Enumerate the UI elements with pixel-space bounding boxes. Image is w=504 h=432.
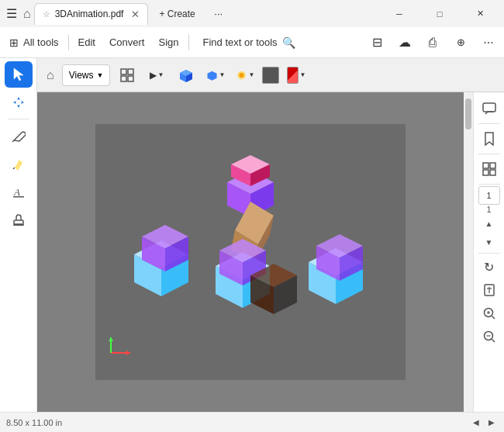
tab-close-icon[interactable]: ✕ (131, 9, 140, 20)
svg-text:A: A (13, 186, 20, 198)
menu-separator-2 (188, 35, 189, 50)
svg-rect-57 (490, 170, 495, 175)
left-toolbar: A (0, 58, 37, 412)
find-text-menu[interactable]: Find text or tools 🔍 (195, 33, 303, 52)
scroll-right-button[interactable]: ▶ (485, 416, 498, 428)
pen-tool-button[interactable] (5, 123, 33, 149)
views-dropdown[interactable]: Views ▼ (62, 64, 111, 86)
sidebar-separator-2 (478, 154, 500, 154)
color-swatch[interactable] (262, 67, 279, 84)
svg-rect-5 (13, 196, 24, 198)
svg-rect-53 (483, 103, 495, 112)
sidebar-separator-3 (478, 184, 500, 185)
svg-rect-8 (121, 69, 126, 74)
right-sidebar: 1 1 ▲ ▼ ↻ (473, 92, 504, 412)
title-bar: ☰ ⌂ ☆ 3DAnimation.pdf ✕ + Create ··· ─ □… (0, 0, 504, 27)
svg-rect-6 (14, 220, 23, 224)
tab-title: 3DAnimation.pdf (55, 9, 124, 19)
zoom-in-button[interactable] (477, 302, 502, 325)
sidebar-separator-4 (478, 253, 500, 254)
new-tab-button[interactable]: + Create (151, 3, 202, 25)
page-total: 1 (486, 205, 491, 214)
bookmark-panel-button[interactable] (475, 126, 503, 152)
svg-line-3 (13, 168, 15, 169)
cube-options-button[interactable]: ▼ (203, 64, 228, 86)
3d-animation-content (95, 124, 406, 380)
page-number-input[interactable]: 1 (478, 186, 500, 205)
close-button[interactable]: ✕ (462, 0, 498, 27)
svg-line-2 (12, 140, 14, 142)
extract-button[interactable] (477, 278, 502, 302)
svg-rect-7 (13, 224, 24, 226)
comment-panel-button[interactable] (475, 95, 503, 122)
red-swatch (287, 67, 299, 84)
svg-point-17 (240, 72, 244, 77)
menu-right-icons: ⊟ ☁ ⎙ ⊕ ··· (364, 31, 501, 54)
save-icon[interactable]: ⊟ (364, 31, 389, 54)
overflow-icon[interactable]: ··· (476, 31, 501, 54)
hamburger-icon[interactable]: ☰ (6, 6, 17, 21)
maximize-button[interactable]: □ (422, 0, 457, 27)
sign-menu[interactable]: Sign (152, 31, 185, 54)
prev-page-button[interactable]: ▲ (478, 214, 501, 233)
tab-overflow-icon[interactable]: ··· (206, 3, 231, 25)
pdf-canvas[interactable] (37, 92, 464, 412)
svg-rect-55 (490, 163, 495, 168)
menu-separator-1 (68, 35, 69, 50)
next-page-button[interactable]: ▼ (478, 233, 501, 251)
minimize-button[interactable]: ─ (381, 0, 417, 27)
svg-line-66 (492, 340, 495, 343)
pdf-tab[interactable]: ☆ 3DAnimation.pdf ✕ (34, 3, 149, 25)
menu-bar: ⊞ All tools Edit Convert Sign Find text … (0, 27, 504, 58)
svg-line-62 (492, 316, 495, 320)
home-3d-icon[interactable]: ⌂ (43, 65, 57, 85)
status-bar: 8.50 x 11.00 in ◀ ▶ (0, 412, 504, 432)
sidebar-separator-1 (478, 123, 500, 124)
svg-rect-11 (128, 76, 133, 81)
status-bar-right: ◀ ▶ (470, 416, 498, 428)
svg-marker-15 (208, 71, 217, 80)
color-options-button[interactable]: ▼ (284, 64, 309, 86)
star-icon: ☆ (43, 9, 50, 19)
tool-separator-1 (8, 119, 29, 119)
stamp-tool-button[interactable] (5, 206, 33, 233)
title-bar-left: ☰ ⌂ (6, 6, 31, 21)
scrollbar-thumb[interactable] (465, 98, 471, 130)
effect-button[interactable]: ▼ (233, 64, 257, 86)
scroll-left-button[interactable]: ◀ (470, 416, 482, 428)
play-button[interactable]: ▶ ▼ (144, 64, 169, 86)
svg-rect-54 (483, 163, 488, 168)
select-tool-button[interactable] (5, 61, 33, 88)
blue-cube-button[interactable] (174, 64, 198, 86)
move-tool-button[interactable] (5, 89, 33, 116)
all-tools-menu[interactable]: ⊞ All tools (3, 31, 65, 54)
svg-marker-1 (13, 97, 24, 108)
toolbar-3d: ⌂ Views ▼ ▶ ▼ (37, 58, 504, 92)
page-dimensions: 8.50 x 11.00 in (6, 418, 62, 427)
svg-marker-0 (14, 68, 23, 81)
grid-icon: ⊞ (9, 36, 19, 49)
refresh-button[interactable]: ↻ (477, 255, 502, 278)
search-icon: 🔍 (282, 36, 295, 49)
dropdown-arrow-icon: ▼ (96, 71, 103, 79)
vertical-scrollbar[interactable] (464, 92, 473, 412)
highlight-tool-button[interactable] (5, 150, 33, 177)
svg-rect-10 (121, 76, 126, 81)
main-area: A ⌂ Views ▼ (0, 58, 504, 412)
convert-menu[interactable]: Convert (103, 31, 151, 54)
home-icon[interactable]: ⌂ (23, 7, 31, 21)
upload-icon[interactable]: ☁ (392, 31, 417, 54)
tab-bar: ☆ 3DAnimation.pdf ✕ + Create ··· (34, 3, 378, 25)
print-icon[interactable]: ⎙ (420, 31, 445, 54)
svg-rect-56 (483, 170, 488, 175)
svg-rect-9 (128, 69, 133, 74)
grid-panel-button[interactable] (475, 156, 503, 182)
text-tool-button[interactable]: A (5, 178, 33, 205)
window-controls: ─ □ ✕ (381, 0, 498, 27)
grid-3d-button[interactable] (115, 64, 140, 86)
zoom-icon[interactable]: ⊕ (448, 31, 473, 54)
zoom-out-button[interactable] (477, 325, 502, 348)
edit-menu[interactable]: Edit (72, 31, 102, 54)
